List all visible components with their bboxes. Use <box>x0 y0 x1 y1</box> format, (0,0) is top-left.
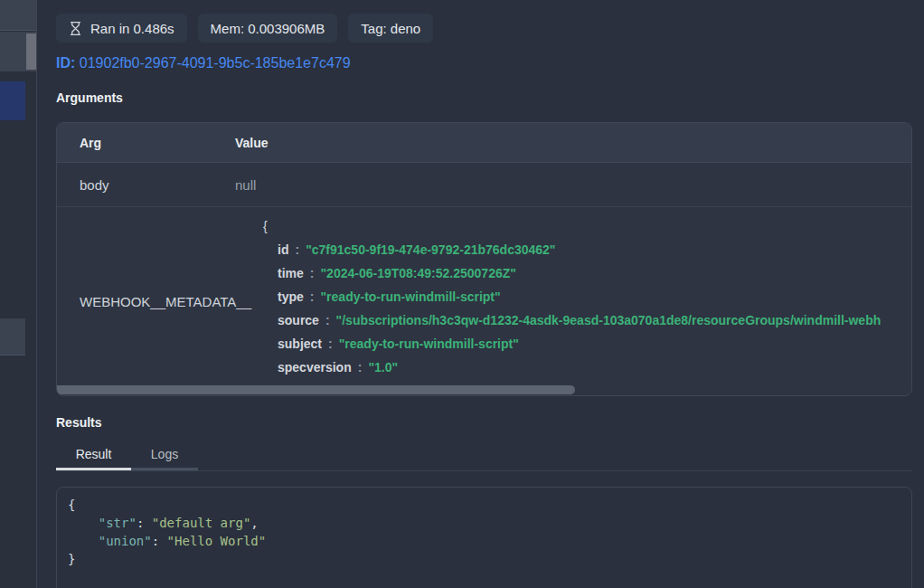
results-title: Results <box>56 415 912 430</box>
tag-badge-label: Tag: deno <box>361 21 420 36</box>
table-row: WEBHOOK__METADATA__ { id:"c7f91c50-9f19-… <box>57 207 911 395</box>
arg-value: null <box>235 177 256 193</box>
json-key: source <box>278 313 319 327</box>
tag-badge: Tag: deno <box>348 14 433 43</box>
arguments-table: Arg Value body null WEBHOOK__METADATA__ … <box>56 122 912 396</box>
json-colon: : <box>358 360 363 375</box>
json-field: id:"c7f91c50-9f19-474e-9792-21b76dc30462… <box>235 238 911 261</box>
result-key: "union" <box>99 534 152 548</box>
run-id-line: ID: 01902fb0-2967-4091-9b5c-185be1e7c479 <box>56 55 912 71</box>
left-rail-scrollbar-thumb[interactable] <box>26 33 36 70</box>
memory-badge: Mem: 0.003906MB <box>198 14 338 43</box>
tab-result[interactable]: Result <box>56 441 131 470</box>
run-badges: Ran in 0.486s Mem: 0.003906MB Tag: deno <box>56 14 912 43</box>
json-open-brace: { <box>235 214 911 238</box>
runtime-badge-label: Ran in 0.486s <box>90 21 174 36</box>
json-colon: : <box>325 313 330 327</box>
column-header-arg: Arg <box>57 136 235 150</box>
result-open-brace: { <box>68 498 75 512</box>
indent <box>68 516 99 530</box>
result-json-panel: { "str": "default arg", "union": "Hello … <box>56 487 912 588</box>
left-rail <box>0 0 37 588</box>
json-field: time:"2024-06-19T08:49:52.2500726Z" <box>235 261 911 285</box>
json-string-value: "/subscriptions/h3c3qw-d1232-4asdk-9easd… <box>336 313 882 327</box>
json-colon: : <box>310 266 315 280</box>
result-json-viewer: { "str": "default arg", "union": "Hello … <box>57 488 911 576</box>
json-key: time <box>278 266 304 280</box>
json-string-value: "1.0" <box>368 360 398 375</box>
arg-name: WEBHOOK__METADATA__ <box>57 294 235 309</box>
result-comma: , <box>250 516 258 530</box>
json-string-value: "ready-to-run-windmill-script" <box>320 289 500 304</box>
json-object-viewer: { id:"c7f91c50-9f19-474e-9792-21b76dc304… <box>235 207 911 395</box>
result-colon: : <box>152 534 167 548</box>
hourglass-icon <box>69 21 82 36</box>
left-rail-item <box>0 318 25 356</box>
column-header-value: Value <box>235 136 269 150</box>
json-string-value: "ready-to-run-windmill-script" <box>339 337 519 351</box>
table-row: body null <box>57 163 911 207</box>
json-field: specversion:"1.0" <box>235 356 911 379</box>
run-id-label: ID: <box>56 55 75 71</box>
result-close-brace: } <box>68 552 75 566</box>
tab-logs[interactable]: Logs <box>131 441 198 470</box>
indent <box>68 534 99 548</box>
result-string-value: "default arg" <box>152 516 251 530</box>
run-detail-page: Ran in 0.486s Mem: 0.003906MB Tag: deno … <box>0 0 924 588</box>
json-colon: : <box>310 289 315 304</box>
json-field: subject:"ready-to-run-windmill-script" <box>235 332 911 356</box>
json-key: specversion <box>278 360 352 375</box>
run-detail-main: Ran in 0.486s Mem: 0.003906MB Tag: deno … <box>37 0 924 588</box>
result-key: "str" <box>99 516 137 530</box>
results-tabs: Result Logs <box>56 441 912 471</box>
arg-name: body <box>57 177 235 193</box>
arguments-title: Arguments <box>56 90 912 105</box>
result-entry: "union": "Hello World" <box>68 534 266 548</box>
runtime-badge: Ran in 0.486s <box>56 14 187 43</box>
result-string-value: "Hello World" <box>167 534 267 548</box>
json-colon: : <box>328 337 333 351</box>
left-rail-selected-item[interactable] <box>0 81 25 120</box>
json-key: id <box>278 242 288 257</box>
json-field: type:"ready-to-run-windmill-script" <box>235 285 911 308</box>
result-entry: "str": "default arg", <box>68 516 259 530</box>
result-colon: : <box>137 516 152 530</box>
memory-badge-label: Mem: 0.003906MB <box>211 21 325 36</box>
json-colon: : <box>295 242 299 257</box>
run-id-value[interactable]: 01902fb0-2967-4091-9b5c-185be1e7c479 <box>80 55 351 71</box>
json-field: source:"/subscriptions/h3c3qw-d1232-4asd… <box>235 308 911 332</box>
json-string-value: "c7f91c50-9f19-474e-9792-21b76dc30462" <box>306 242 555 257</box>
json-key: type <box>278 289 304 304</box>
json-key: subject <box>278 337 322 351</box>
json-string-value: "2024-06-19T08:49:52.2500726Z" <box>320 266 515 280</box>
left-rail-item <box>0 0 36 31</box>
horizontal-scrollbar-thumb[interactable] <box>57 385 575 394</box>
arguments-table-header: Arg Value <box>57 123 911 163</box>
